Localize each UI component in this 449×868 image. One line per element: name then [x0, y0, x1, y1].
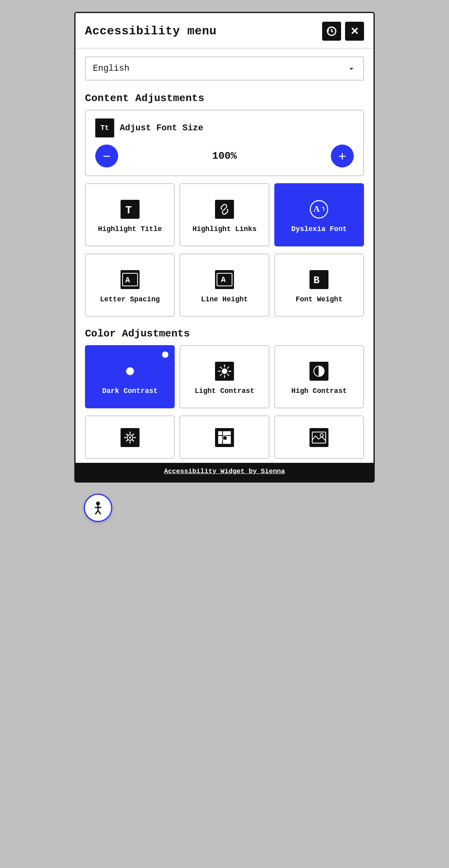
svg-text:A: A: [221, 275, 226, 284]
highlight-links-icon: [214, 199, 235, 220]
close-button[interactable]: ✕: [345, 22, 364, 41]
dyslexia-font-icon: A: [309, 199, 329, 220]
option-line-height[interactable]: A Line Height: [179, 254, 269, 317]
font-size-controls: − 100% +: [95, 145, 354, 167]
option-color-5[interactable]: [179, 415, 269, 459]
content-options-row1: T Highlight Title Highlight Links: [75, 183, 374, 254]
svg-point-31: [129, 437, 131, 439]
color-options-row1: Dark Contrast: [75, 345, 374, 415]
font-size-box: Tt Adjust Font Size − 100% +: [85, 110, 364, 176]
panel-title: Accessibility menu: [85, 24, 217, 38]
dark-contrast-icon: [120, 361, 140, 381]
svg-rect-36: [218, 436, 222, 440]
color-option-4-icon: [120, 427, 140, 448]
header-icons: ✕: [322, 22, 364, 41]
svg-rect-41: [227, 440, 231, 444]
font-size-label-row: Tt Adjust Font Size: [95, 118, 354, 137]
option-dark-contrast[interactable]: Dark Contrast: [85, 345, 175, 408]
svg-point-17: [222, 368, 227, 374]
svg-rect-39: [218, 440, 222, 444]
line-height-icon: A: [214, 269, 235, 290]
highlight-title-icon: T: [120, 199, 140, 220]
highlight-title-label: Highlight Title: [98, 225, 162, 233]
language-select[interactable]: English Spanish French German: [85, 56, 364, 81]
font-weight-icon: B: [309, 269, 329, 290]
color-options-row2: [75, 415, 374, 463]
svg-text:B: B: [313, 274, 320, 286]
option-light-contrast[interactable]: Light Contrast: [179, 345, 269, 408]
svg-rect-38: [227, 436, 231, 440]
svg-rect-35: [227, 431, 231, 435]
line-height-label: Line Height: [201, 295, 248, 303]
dyslexia-font-label: Dyslexia Font: [291, 225, 347, 233]
option-color-6[interactable]: [274, 415, 364, 459]
font-size-decrease[interactable]: −: [95, 145, 118, 167]
content-options-row2: A Letter Spacing A Line Height: [75, 254, 374, 324]
svg-rect-33: [218, 431, 222, 435]
panel-header: Accessibility menu ✕: [75, 13, 374, 49]
background-area: [74, 483, 375, 530]
color-option-6-icon: [309, 427, 329, 448]
svg-point-45: [96, 502, 100, 505]
language-section: English Spanish French German: [75, 49, 374, 88]
color-adjustments-title: Color Adjustments: [75, 324, 374, 345]
svg-text:T: T: [125, 204, 132, 216]
svg-text:A: A: [125, 276, 130, 285]
letter-spacing-icon: A: [120, 269, 140, 290]
letter-spacing-label: Letter Spacing: [100, 295, 160, 303]
content-adjustments-title: Content Adjustments: [75, 88, 374, 110]
option-high-contrast[interactable]: High Contrast: [274, 345, 364, 408]
svg-rect-34: [223, 431, 227, 435]
font-size-label: Adjust Font Size: [120, 123, 203, 133]
high-contrast-label: High Contrast: [291, 387, 347, 395]
font-weight-label: Font Weight: [296, 295, 343, 303]
reset-button[interactable]: [322, 22, 341, 41]
light-contrast-icon: [214, 361, 235, 381]
font-size-increase[interactable]: +: [331, 145, 354, 167]
option-letter-spacing[interactable]: A Letter Spacing: [85, 254, 175, 317]
option-highlight-links[interactable]: Highlight Links: [179, 183, 269, 246]
option-font-weight[interactable]: B Font Weight: [274, 254, 364, 317]
color-option-5-icon: [214, 427, 235, 448]
accessibility-fab[interactable]: [84, 494, 112, 522]
high-contrast-icon: [309, 361, 329, 381]
svg-text:A: A: [313, 204, 320, 214]
font-size-icon: Tt: [95, 118, 114, 137]
svg-rect-32: [215, 428, 234, 447]
highlight-links-label: Highlight Links: [192, 225, 257, 233]
light-contrast-label: Light Contrast: [194, 387, 254, 395]
option-dyslexia-font[interactable]: A Dyslexia Font: [274, 183, 364, 246]
svg-point-15: [126, 367, 134, 375]
svg-rect-40: [223, 440, 227, 444]
option-highlight-title[interactable]: T Highlight Title: [85, 183, 175, 246]
active-indicator: [162, 351, 168, 358]
font-size-value: 100%: [212, 150, 237, 162]
option-color-4[interactable]: [85, 415, 175, 459]
footer-link[interactable]: Accessibility Widget by Sienna: [75, 463, 374, 481]
dark-contrast-label: Dark Contrast: [102, 387, 157, 395]
